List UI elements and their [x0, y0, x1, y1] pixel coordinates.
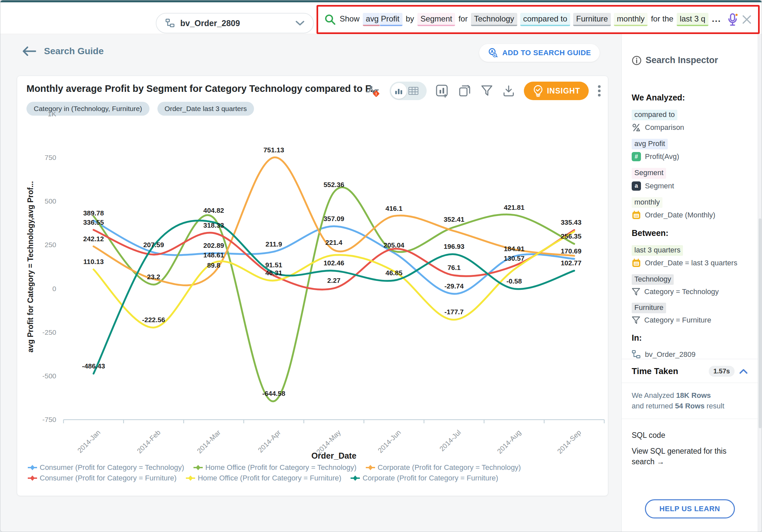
- legend-marker-icon: [350, 475, 360, 482]
- svg-text:2014-Aug: 2014-Aug: [496, 429, 523, 455]
- search-token[interactable]: avg: [363, 13, 380, 26]
- legend-label: Consumer (Profit for Category = Furnitur…: [40, 474, 177, 483]
- svg-text:102.46: 102.46: [324, 259, 344, 267]
- svg-text:389.78: 389.78: [83, 209, 104, 217]
- svg-text:-222.56: -222.56: [142, 316, 165, 323]
- svg-text:196.93: 196.93: [443, 242, 464, 250]
- collapse-chevron-icon[interactable]: [739, 369, 748, 374]
- legend-label: Home Office (Profit for Category = Furni…: [198, 474, 341, 483]
- inspector-field-label: Order_Date (Monthly): [645, 211, 715, 220]
- search-token[interactable]: by: [406, 13, 415, 26]
- legend-label: Corporate (Profit for Category = Technol…: [378, 463, 521, 472]
- legend-item[interactable]: Home Office (Profit for Category = Furni…: [185, 474, 341, 483]
- download-icon[interactable]: [502, 84, 515, 98]
- table-view-icon[interactable]: [408, 86, 419, 96]
- insight-button[interactable]: INSIGHT: [524, 82, 589, 100]
- search-token[interactable]: compared to: [520, 13, 570, 26]
- inspector-token: monthly: [632, 197, 662, 208]
- copy-icon[interactable]: [458, 84, 472, 98]
- svg-text:110.13: 110.13: [83, 258, 104, 265]
- svg-text:130.57: 130.57: [504, 254, 524, 262]
- page-title[interactable]: Search Guide: [44, 46, 104, 56]
- search-token[interactable]: Profit: [380, 13, 403, 26]
- app-window: bv_Order_2809 ShowavgProfitbySegmentforT…: [0, 0, 762, 532]
- kebab-menu-icon[interactable]: [597, 84, 601, 98]
- svg-text:2014-Apr: 2014-Apr: [256, 429, 282, 454]
- legend-label: Consumer (Profit for Category = Technolo…: [40, 463, 184, 472]
- legend-item[interactable]: Consumer (Profit for Category = Furnitur…: [27, 474, 177, 483]
- inspector-field-row: #Profit(Avg): [632, 152, 749, 161]
- svg-text:-177.7: -177.7: [444, 308, 464, 315]
- number-icon: #: [632, 152, 641, 161]
- close-icon[interactable]: [741, 14, 752, 25]
- svg-text:2014-Jun: 2014-Jun: [376, 429, 402, 454]
- chart-table-toggle[interactable]: [390, 82, 427, 100]
- inspector-field-row: Category = Technology: [632, 288, 749, 296]
- microphone-icon[interactable]: [727, 13, 738, 26]
- search-query-input[interactable]: ShowavgProfitbySegmentforTechnologycompa…: [339, 13, 724, 26]
- back-arrow-icon[interactable]: [22, 46, 37, 56]
- add-chart-icon[interactable]: [435, 84, 449, 98]
- svg-text:-486.43: -486.43: [82, 362, 105, 370]
- search-token[interactable]: Show: [339, 13, 360, 26]
- search-token[interactable]: Technology: [471, 13, 517, 26]
- svg-text:357.09: 357.09: [324, 215, 344, 222]
- svg-text:221.4: 221.4: [326, 238, 343, 246]
- legend-item[interactable]: Consumer (Profit for Category = Technolo…: [27, 463, 184, 472]
- svg-text:2014-Mar: 2014-Mar: [195, 429, 222, 455]
- search-bar[interactable]: ShowavgProfitbySegmentforTechnologycompa…: [317, 5, 760, 34]
- svg-text:184.91: 184.91: [504, 245, 524, 252]
- search-token[interactable]: monthly: [614, 13, 648, 26]
- anomaly-alert-icon[interactable]: !: [366, 83, 381, 99]
- inspector-field-label: bv_Order_2809: [645, 350, 696, 359]
- top-bar: bv_Order_2809 ShowavgProfitbySegmentforT…: [0, 2, 762, 34]
- svg-text:46.85: 46.85: [386, 269, 403, 277]
- svg-text:170.69: 170.69: [561, 247, 581, 255]
- calendar-icon: [632, 258, 641, 268]
- legend-item[interactable]: Corporate (Profit for Category = Furnitu…: [350, 474, 498, 483]
- search-token[interactable]: Furniture: [573, 13, 611, 26]
- inspector-field-label: Profit(Avg): [645, 152, 679, 161]
- legend-item[interactable]: Corporate (Profit for Category = Technol…: [365, 463, 521, 472]
- text-icon: a: [632, 181, 641, 191]
- search-token[interactable]: for: [458, 13, 468, 26]
- filter-icon: [632, 316, 640, 324]
- chart-legend: Consumer (Profit for Category = Technolo…: [27, 463, 521, 483]
- search-token[interactable]: Segment: [418, 13, 455, 26]
- svg-text:207.59: 207.59: [143, 241, 164, 248]
- inspector-field-row: bv_Order_2809: [632, 350, 749, 359]
- svg-text:148.61: 148.61: [203, 251, 224, 259]
- search-token[interactable]: last 3 q: [677, 13, 708, 26]
- profit-line-chart: 1K7505002500-250-500-7502014-Jan2014-Feb…: [17, 105, 609, 462]
- inspector-field-label: Segment: [645, 182, 674, 190]
- dataset-selector[interactable]: bv_Order_2809: [156, 13, 314, 33]
- view-sql-link[interactable]: View SQL generated for this search →: [632, 446, 741, 467]
- help-us-learn-button[interactable]: HELP US LEARN: [645, 499, 735, 518]
- filter-icon[interactable]: [480, 84, 494, 98]
- add-to-search-guide-button[interactable]: ADD TO SEARCH GUIDE: [479, 44, 600, 62]
- scrollbar-track[interactable]: [758, 34, 762, 532]
- svg-text:256.35: 256.35: [561, 232, 581, 240]
- svg-text:336.55: 336.55: [83, 219, 104, 226]
- inspector-token: compared to: [632, 110, 677, 120]
- svg-text:750: 750: [45, 154, 56, 161]
- svg-text:!: !: [375, 92, 377, 97]
- svg-text:242.12: 242.12: [83, 235, 104, 242]
- svg-text:211.9: 211.9: [266, 240, 282, 248]
- search-token[interactable]: ...: [712, 14, 722, 25]
- svg-text:404.82: 404.82: [203, 207, 224, 214]
- scrollbar-thumb[interactable]: [759, 219, 761, 428]
- chart-view-toggle-on[interactable]: [391, 83, 407, 99]
- legend-item[interactable]: Home Office (Profit for Category = Techn…: [193, 463, 356, 472]
- calendar-icon: [632, 211, 641, 220]
- legend-marker-icon: [185, 475, 196, 482]
- chevron-down-icon[interactable]: [295, 20, 305, 26]
- inspector-sections: We Analyzed:compared toComparisonavg Pro…: [632, 84, 749, 366]
- svg-text:2014-Feb: 2014-Feb: [135, 429, 162, 455]
- inspector-token: Furniture: [632, 303, 666, 313]
- svg-text:76.1: 76.1: [447, 264, 461, 271]
- inspector-title: Search Inspector: [646, 55, 718, 65]
- search-token[interactable]: for the: [650, 13, 674, 26]
- insight-bulb-icon: [532, 85, 544, 97]
- time-taken-badge: 1.57s: [709, 366, 734, 377]
